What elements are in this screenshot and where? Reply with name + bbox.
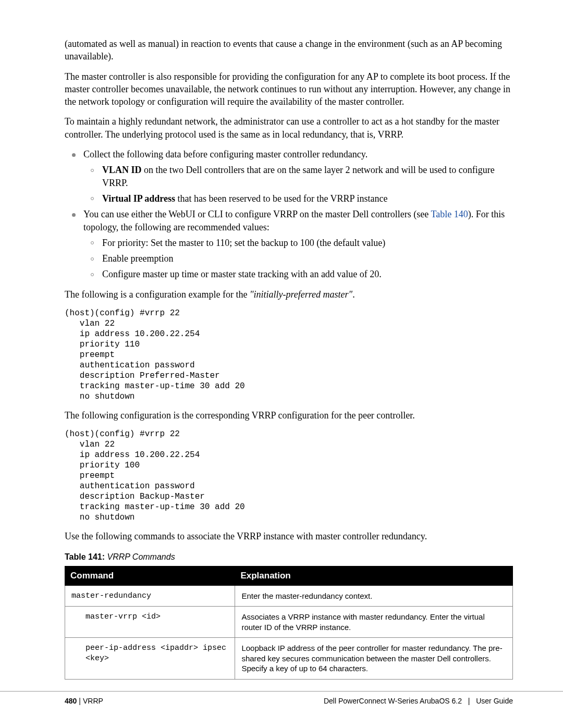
bullet-item: You can use either the WebUI or CLI to c… bbox=[65, 208, 513, 280]
body-paragraph: The master controller is also responsibl… bbox=[65, 70, 513, 108]
table-header-command: Command bbox=[65, 566, 235, 585]
bullet-text: Collect the following data before config… bbox=[83, 149, 368, 159]
footer-product: Dell PowerConnect W-Series ArubaOS 6.2 bbox=[324, 697, 462, 705]
bullet-list: Collect the following data before config… bbox=[65, 148, 513, 281]
vrrp-commands-table: Command Explanation master-redundancyEnt… bbox=[65, 566, 513, 680]
footer-separator: | bbox=[79, 697, 81, 705]
footer-section: VRRP bbox=[83, 697, 103, 705]
sub-bullet-item: VLAN ID on the two Dell controllers that… bbox=[83, 164, 513, 189]
command-cell: master-redundancy bbox=[65, 585, 235, 607]
table-caption: Table 141: VRRP Commands bbox=[65, 552, 513, 562]
sub-bullet-item: Virtual IP address that has been reserve… bbox=[83, 192, 513, 205]
command-cell: master-vrrp <id> bbox=[65, 607, 235, 638]
bold-term: VLAN ID bbox=[102, 165, 142, 175]
bold-term: Virtual IP address bbox=[102, 193, 175, 204]
table-row: master-vrrp <id>Associates a VRRP instan… bbox=[65, 607, 513, 638]
explanation-cell: Enter the master-redundancy context. bbox=[235, 585, 513, 607]
sub-bullet-item: For priority: Set the master to 110; set… bbox=[83, 237, 513, 249]
page-number: 480 bbox=[65, 697, 77, 705]
footer-left: 480|VRRP bbox=[65, 697, 103, 705]
bullet-text: You can use either the WebUI or CLI to c… bbox=[83, 209, 431, 219]
table-title: VRRP Commands bbox=[105, 552, 175, 561]
command-cell: peer-ip-address <ipaddr> ipsec <key> bbox=[65, 638, 235, 680]
table-row: peer-ip-address <ipaddr> ipsec <key>Loop… bbox=[65, 638, 513, 680]
bullet-item: Collect the following data before config… bbox=[65, 148, 513, 205]
body-paragraph: To maintain a highly redundant network, … bbox=[65, 115, 513, 141]
code-block: (host)(config) #vrrp 22 vlan 22 ip addre… bbox=[65, 308, 513, 402]
footer-doc: User Guide bbox=[476, 697, 513, 705]
sub-bullet-item: Configure master up time or master state… bbox=[83, 268, 513, 280]
bullet-text: on the two Dell controllers that are on … bbox=[102, 165, 495, 188]
italic-text: "initially-preferred master" bbox=[250, 289, 352, 300]
page-footer: 480|VRRP Dell PowerConnect W-Series Arub… bbox=[0, 691, 563, 705]
cross-ref-link[interactable]: Table 140 bbox=[431, 209, 468, 219]
body-paragraph: Use the following commands to associate … bbox=[65, 530, 513, 542]
explanation-cell: Loopback IP address of the peer controll… bbox=[235, 638, 513, 680]
body-paragraph: The following is a configuration example… bbox=[65, 288, 513, 301]
text-run: The following is a configuration example… bbox=[65, 289, 250, 300]
footer-separator: | bbox=[466, 697, 472, 705]
bullet-text: that has been reserved to be used for th… bbox=[175, 193, 387, 204]
code-block: (host)(config) #vrrp 22 vlan 22 ip addre… bbox=[65, 429, 513, 523]
text-run: . bbox=[352, 289, 355, 300]
table-header-explanation: Explanation bbox=[235, 566, 513, 585]
table-number: Table 141: bbox=[65, 552, 105, 561]
body-paragraph: (automated as well as manual) in reactio… bbox=[65, 38, 513, 63]
footer-right: Dell PowerConnect W-Series ArubaOS 6.2 |… bbox=[324, 697, 513, 705]
table-row: master-redundancyEnter the master-redund… bbox=[65, 585, 513, 607]
body-paragraph: The following configuration is the corre… bbox=[65, 409, 513, 422]
explanation-cell: Associates a VRRP instance with master r… bbox=[235, 607, 513, 638]
sub-bullet-item: Enable preemption bbox=[83, 252, 513, 265]
